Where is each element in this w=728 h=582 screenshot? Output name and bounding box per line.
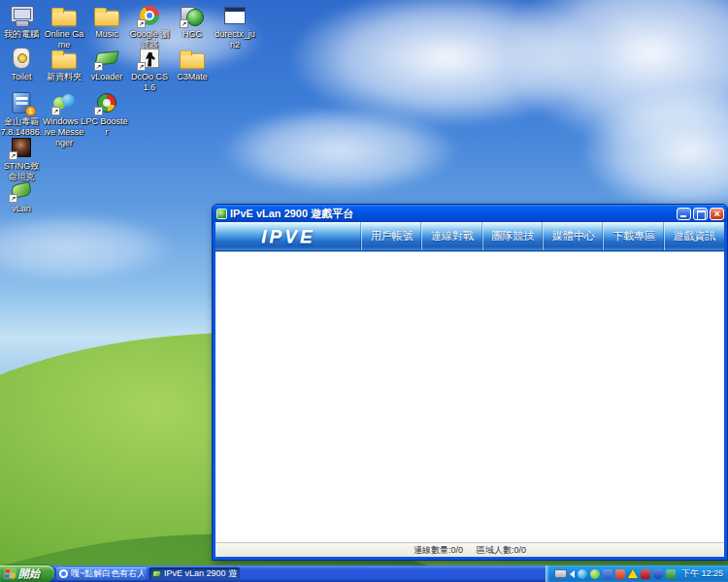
desktop-icon-label: PC Booster bbox=[85, 116, 128, 138]
desktop-icon-label: 我的電腦 bbox=[0, 29, 43, 40]
desktop-icon-live-messenger[interactable]: Windows Live Messenger bbox=[43, 89, 85, 147]
taskbar-clock[interactable]: 下午 12:25 bbox=[681, 567, 723, 580]
folder-icon bbox=[94, 10, 119, 26]
desktop-icon-vloader[interactable]: vLoader bbox=[85, 45, 128, 82]
folder-icon bbox=[51, 10, 77, 26]
desktop-icon-label: durectx_jun2 bbox=[214, 29, 256, 50]
cloud bbox=[0, 213, 175, 281]
shortcut-arrow-icon bbox=[94, 62, 103, 71]
client-area bbox=[215, 251, 724, 542]
security-shield-icon[interactable] bbox=[653, 569, 663, 579]
messenger-status-icon[interactable] bbox=[578, 569, 587, 579]
desktop-icon-music[interactable]: Music bbox=[85, 2, 128, 40]
window-frame: IPVE 用戶帳號 連線對戰 團隊競技 媒體中心 下載專區 遊戲資訊 連線數量:… bbox=[215, 222, 724, 557]
app-blue-icon[interactable] bbox=[603, 569, 612, 579]
menu-item-team-competition[interactable]: 團隊競技 bbox=[482, 222, 543, 250]
windows-flag-icon bbox=[4, 569, 16, 578]
desktop-icon-label: HGC bbox=[171, 29, 214, 40]
shortcut-arrow-icon bbox=[180, 19, 188, 28]
menu-item-game-info[interactable]: 遊戲資訊 bbox=[664, 222, 724, 250]
desktop: 我的電腦 Online Game Music Google 瀏覽器 HGC du… bbox=[0, 0, 728, 582]
vlan-leaf-icon bbox=[152, 570, 161, 577]
ati-icon[interactable] bbox=[641, 569, 650, 579]
desktop-icon-durectx[interactable]: durectx_jun2 bbox=[214, 2, 256, 50]
desktop-icon-dcoo-cs16[interactable]: DcOo CS1.6 bbox=[128, 45, 171, 93]
desktop-icon-c3mate[interactable]: C3Mate bbox=[171, 45, 214, 82]
minimize-button[interactable] bbox=[677, 208, 691, 220]
desktop-icon-sting[interactable]: STING致命坦克 bbox=[0, 134, 43, 182]
msn-icon[interactable] bbox=[590, 569, 600, 579]
utility-green-icon[interactable] bbox=[666, 569, 676, 579]
ipve-logo: IPVE bbox=[215, 222, 361, 250]
desktop-icon-new-folder[interactable]: 新資料夾 bbox=[43, 45, 85, 82]
desktop-icon-pc-booster[interactable]: PC Booster bbox=[85, 89, 128, 138]
app-window-icon bbox=[224, 7, 246, 24]
taskbar-item-ipve[interactable]: IPvE vLan 2900 遊戲... bbox=[149, 567, 240, 580]
cloud bbox=[223, 107, 456, 194]
start-label: 開始 bbox=[18, 566, 40, 581]
desktop-icon-label: vLoader bbox=[85, 72, 128, 82]
desktop-icon-hgc[interactable]: HGC bbox=[171, 2, 214, 40]
start-button[interactable]: 開始 bbox=[0, 566, 54, 582]
collapse-chevron-icon[interactable] bbox=[570, 570, 575, 578]
app-menu: 用戶帳號 連線對戰 團隊競技 媒體中心 下載專區 遊戲資訊 bbox=[361, 222, 724, 250]
menu-item-online-battle[interactable]: 連線對戰 bbox=[421, 222, 481, 250]
taskbar: 開始 嘎~點解白色有右人... IPvE vLan 2900 遊戲... 下午 … bbox=[0, 566, 728, 582]
app-navbar: IPVE 用戶帳號 連線對戰 團隊競技 媒體中心 下載專區 遊戲資訊 bbox=[215, 222, 724, 251]
desktop-icon-label: Music bbox=[85, 29, 128, 40]
shortcut-arrow-icon bbox=[51, 107, 60, 115]
update-badge: 1 bbox=[25, 106, 36, 116]
desktop-icon-online-game[interactable]: Online Game bbox=[43, 2, 85, 50]
app-window: IPvE vLan 2900 遊戲平台 IPVE 用戶帳號 連線對戰 團隊競技 … bbox=[212, 204, 728, 561]
desktop-icon-vlan[interactable]: vLan bbox=[0, 177, 43, 214]
folder-icon bbox=[51, 52, 77, 69]
menu-item-user-account[interactable]: 用戶帳號 bbox=[361, 222, 421, 250]
shortcut-arrow-icon bbox=[9, 194, 17, 203]
menu-item-media-center[interactable]: 媒體中心 bbox=[543, 222, 603, 250]
my-computer-icon bbox=[10, 6, 33, 25]
chrome-icon bbox=[59, 569, 68, 578]
desktop-icon-toilet[interactable]: Toilet bbox=[0, 45, 43, 82]
window-titlebar[interactable]: IPvE vLan 2900 遊戲平台 bbox=[213, 205, 727, 222]
shortcut-arrow-icon bbox=[137, 19, 146, 28]
menu-item-download-zone[interactable]: 下載專區 bbox=[603, 222, 663, 250]
app-leaf-icon bbox=[216, 209, 227, 219]
system-tray: 下午 12:25 bbox=[546, 566, 728, 582]
desktop-icon-label: Toilet bbox=[0, 72, 43, 82]
warning-icon[interactable] bbox=[628, 569, 638, 578]
desktop-icon-label: 新資料夾 bbox=[43, 72, 85, 82]
live-messenger-icon[interactable] bbox=[615, 569, 625, 579]
printer-icon[interactable] bbox=[554, 569, 567, 578]
close-button[interactable] bbox=[710, 208, 724, 220]
desktop-icon-my-computer[interactable]: 我的電腦 bbox=[0, 2, 43, 40]
toilet-icon bbox=[13, 48, 30, 69]
shortcut-arrow-icon bbox=[94, 107, 103, 115]
desktop-icon-label: DcOo CS1.6 bbox=[128, 72, 171, 93]
connections-count: 連線數量:0/0 bbox=[414, 544, 463, 557]
folder-icon bbox=[180, 52, 205, 69]
window-title: IPvE vLan 2900 遊戲平台 bbox=[230, 207, 677, 221]
desktop-icon-label: Windows Live Messenger bbox=[43, 116, 85, 147]
shortcut-arrow-icon bbox=[9, 151, 17, 160]
desktop-icon-google-chrome[interactable]: Google 瀏覽器 bbox=[128, 2, 171, 50]
status-bar: 連線數量:0/0 區域人數:0/0 bbox=[215, 542, 724, 557]
taskbar-item-chrome[interactable]: 嘎~點解白色有右人... bbox=[56, 567, 147, 580]
maximize-button[interactable] bbox=[693, 208, 708, 220]
desktop-icon-label: vLan bbox=[0, 204, 43, 214]
shortcut-arrow-icon bbox=[137, 62, 146, 71]
region-count: 區域人數:0/0 bbox=[477, 544, 526, 557]
desktop-icon-label: C3Mate bbox=[171, 72, 214, 82]
